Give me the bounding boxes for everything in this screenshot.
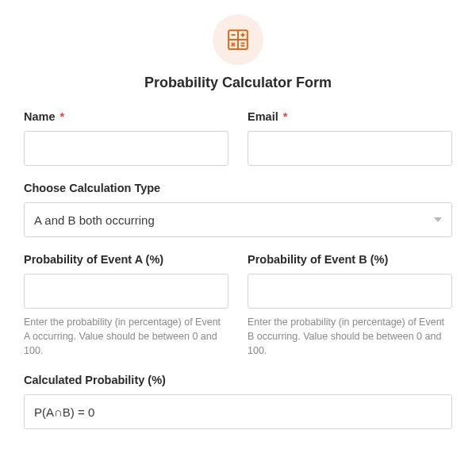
chevron-down-icon — [434, 217, 442, 222]
name-label-text: Name — [24, 110, 56, 123]
result-value: P(A∩B) = 0 — [34, 405, 94, 419]
email-label: Email * — [248, 110, 452, 123]
result-label: Calculated Probability (%) — [24, 374, 452, 386]
calc-type-select[interactable]: A and B both occurring — [24, 202, 452, 237]
name-label: Name * — [24, 110, 228, 123]
event-a-input[interactable] — [24, 274, 228, 309]
name-input[interactable] — [24, 131, 228, 166]
required-asterisk: * — [283, 110, 288, 123]
event-a-label: Probability of Event A (%) — [24, 253, 228, 266]
event-b-input[interactable] — [248, 274, 452, 309]
email-input[interactable] — [248, 131, 452, 166]
calculator-icon — [213, 14, 263, 65]
result-output: P(A∩B) = 0 — [24, 394, 452, 429]
email-label-text: Email — [248, 110, 278, 123]
calc-type-label: Choose Calculation Type — [24, 182, 452, 194]
event-b-hint: Enter the probability (in percentage) of… — [248, 315, 452, 358]
event-b-label: Probability of Event B (%) — [248, 253, 452, 266]
required-asterisk: * — [60, 110, 65, 123]
event-a-hint: Enter the probability (in percentage) of… — [24, 315, 228, 358]
calc-type-selected: A and B both occurring — [34, 213, 155, 227]
page-title: Probability Calculator Form — [24, 75, 452, 91]
